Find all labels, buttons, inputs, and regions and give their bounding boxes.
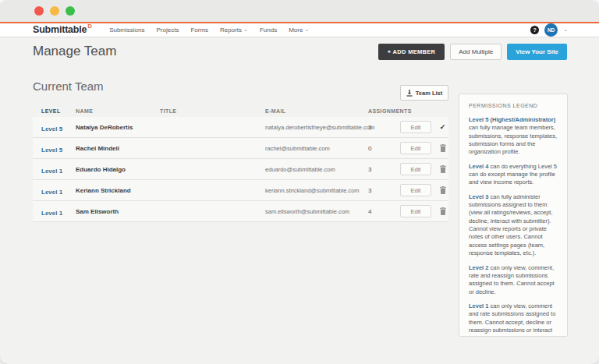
nav-item-label: Reports [220,27,242,34]
edit-button[interactable]: Edit [400,142,431,154]
table-row: Level 1 Sam Ellsworth sam.ellsworth@subm… [33,201,448,222]
legend-level-text: can fully manage team members, submissio… [469,124,557,155]
primary-nav: Submissions Projects Forms Reports⌄ Fund… [109,27,309,34]
chevron-down-icon: ⌄ [243,27,248,32]
trash-icon[interactable] [438,186,448,194]
nav-item[interactable]: More⌄ [289,27,309,34]
member-email: keriann.strickland@submittable.com [265,187,368,194]
member-name: Rachel Mindell [76,145,160,152]
window-zoom-button[interactable] [66,6,75,16]
nav-item-label: More [289,27,303,34]
member-name: Keriann Strickland [76,187,160,194]
page-title: Manage Team [33,44,116,59]
browser-window: Submittable D Submissions Projects Forms… [0,0,599,364]
level-link[interactable]: Level 1 [41,168,62,175]
view-your-site-button[interactable]: View Your Site [507,44,567,60]
nav-item[interactable]: Projects [156,27,179,34]
member-email: natalya.derobertistheye@submittable.com [265,124,368,131]
member-email: rachel@submittable.com [265,145,368,152]
member-assignments: 4 [368,208,400,215]
help-icon[interactable]: ? [530,26,539,34]
add-member-button[interactable]: + ADD MEMBER [378,44,445,60]
level-link[interactable]: Level 5 [41,147,62,154]
page-actions: + ADD MEMBER Add Multiple View Your Site [378,44,567,60]
nav-item[interactable]: Forms [190,27,208,34]
add-multiple-button[interactable]: Add Multiple [450,44,502,60]
edit-button[interactable]: Edit [400,121,431,133]
column-header-name: NAME [76,108,160,114]
legend-title: PERMISSIONS LEGEND [469,103,558,108]
trash-icon[interactable] [438,165,448,173]
download-icon [406,90,413,97]
legend-level-label: Level 1 [469,302,488,309]
legend-entry: Level 4 can do everything Level 5 can do… [469,163,558,187]
main-content: Manage Team + ADD MEMBER Add Multiple Vi… [0,37,599,364]
edit-button[interactable]: Edit [400,205,431,217]
table-header: LEVEL NAME TITLE E-MAIL ASSIGNMENTS [33,104,448,118]
nav-item-label: Funds [260,27,277,34]
table-row: Level 5 Rachel Mindell rachel@submittabl… [33,138,448,159]
trash-icon[interactable] [438,207,448,215]
trash-icon[interactable] [438,144,448,152]
column-header-assignments: ASSIGNMENTS [368,108,400,114]
legend-level-label: Level 4 [469,163,488,170]
nav-item[interactable]: Reports⌄ [220,27,248,34]
logo-text: Submittable [33,25,87,35]
chevron-down-icon: ⌄ [304,27,309,32]
column-header-email: E-MAIL [265,108,368,114]
check-icon: ✓ [438,123,448,131]
legend-entry: Level 2 can only view, comment, rate and… [469,264,558,296]
window-close-button[interactable] [34,6,44,16]
level-link[interactable]: Level 5 [41,125,62,133]
top-navbar: Submittable D Submissions Projects Forms… [0,23,599,37]
permissions-legend-panel: PERMISSIONS LEGEND Level 5 (Highest/Admi… [459,94,568,337]
member-assignments: 3 [368,124,400,131]
legend-level-label: Level 2 [469,264,488,271]
team-table: Level 5 Natalya DeRobertis natalya.derob… [33,117,448,222]
legend-level-label: Level 3 [469,193,488,200]
window-titlebar [0,0,599,22]
member-name: Eduardo Hidalgo [76,166,160,173]
current-team-heading: Current Team [33,80,104,93]
level-link[interactable]: Level 1 [41,189,62,196]
nav-item-label: Submissions [109,27,144,34]
nav-item-label: Projects [156,27,179,34]
submittable-logo-mark-icon: D [87,23,92,30]
member-assignments: 3 [368,166,400,173]
legend-entry: Level 3 can fully administer submissions… [469,193,558,258]
column-header-level: LEVEL [41,108,76,114]
submittable-logo[interactable]: Submittable D [33,25,92,35]
member-name: Sam Ellsworth [76,208,160,215]
team-list-label: Team List [416,90,442,97]
level-link[interactable]: Level 1 [41,210,62,217]
table-row: Level 1 Eduardo Hidalgo eduardo@submitta… [33,159,448,180]
legend-level-text: can fully administer submissions assigne… [469,193,553,256]
team-list-button[interactable]: Team List [400,85,448,101]
table-row: Level 5 Natalya DeRobertis natalya.derob… [33,117,448,138]
nav-item[interactable]: Funds [260,27,277,34]
member-email: eduardo@submittable.com [265,166,368,173]
member-name: Natalya DeRobertis [76,124,160,131]
table-row: Level 1 Keriann Strickland keriann.stric… [33,180,448,201]
member-email: sam.ellsworth@submittable.com [265,208,368,215]
member-assignments: 3 [368,187,400,194]
edit-button[interactable]: Edit [400,184,431,196]
legend-level-label: Level 5 (Highest/Administrator) [469,116,555,123]
avatar[interactable]: ND [544,23,558,37]
edit-button[interactable]: Edit [400,163,431,175]
legend-entry: Level 5 (Highest/Administrator) can full… [469,116,558,157]
column-header-title: TITLE [160,108,265,114]
navbar-right: ? ND ⌄ [530,23,568,37]
chevron-down-icon[interactable]: ⌄ [563,27,568,32]
legend-entry: Level 1 can only view, comment and rate … [469,302,558,337]
window-minimize-button[interactable] [50,6,59,16]
nav-item[interactable]: Submissions [109,27,144,34]
nav-item-label: Forms [190,27,208,34]
member-assignments: 0 [368,145,400,152]
